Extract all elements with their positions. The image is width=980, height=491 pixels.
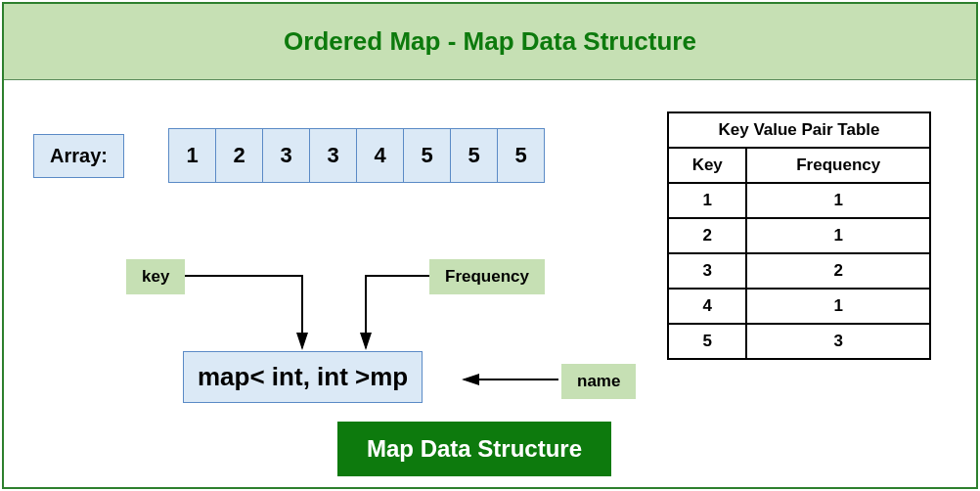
diagram-frame: Ordered Map - Map Data Structure Array: … xyxy=(2,2,978,489)
table-row: 21 xyxy=(668,218,930,253)
array-cell: 3 xyxy=(309,128,357,183)
array-cell: 4 xyxy=(356,128,404,183)
array-label: Array: xyxy=(33,134,124,178)
table-row: 41 xyxy=(668,289,930,324)
table-row: 11 xyxy=(668,183,930,218)
content-area: Array: 1 2 3 3 4 5 5 5 key Frequency nam… xyxy=(4,80,976,487)
array-cell: 1 xyxy=(168,128,216,183)
tag-key: key xyxy=(126,259,185,294)
kv-col-freq: Frequency xyxy=(746,148,930,183)
array-cell: 5 xyxy=(497,128,545,183)
array-cell: 5 xyxy=(403,128,451,183)
table-row: 53 xyxy=(668,324,930,359)
array-cell: 5 xyxy=(450,128,498,183)
kv-table-title: Key Value Pair Table xyxy=(668,112,930,148)
page-title: Ordered Map - Map Data Structure xyxy=(284,26,696,57)
kv-col-key: Key xyxy=(668,148,746,183)
footer-label: Map Data Structure xyxy=(337,422,611,476)
array-cells: 1 2 3 3 4 5 5 5 xyxy=(168,128,545,183)
kv-pair-table: Key Value Pair Table Key Frequency 11 21… xyxy=(667,112,931,360)
array-cell: 2 xyxy=(215,128,263,183)
array-cell: 3 xyxy=(262,128,310,183)
map-declaration: map< int, int >mp xyxy=(183,351,423,403)
header-bar: Ordered Map - Map Data Structure xyxy=(4,4,976,80)
tag-name: name xyxy=(561,364,636,399)
tag-frequency: Frequency xyxy=(429,259,545,294)
table-row: 32 xyxy=(668,253,930,289)
